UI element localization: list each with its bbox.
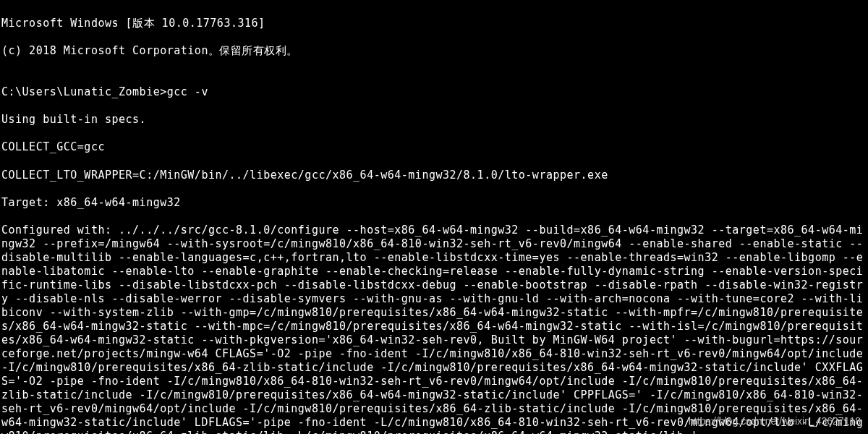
- prompt-1: C:\Users\Lunatic_Zombie>: [1, 85, 167, 99]
- output-lto-wrapper: COLLECT_LTO_WRAPPER=C:/MinGW/bin/../libe…: [1, 169, 868, 182]
- os-version-line: Microsoft Windows [版本 10.0.17763.316]: [1, 17, 868, 30]
- output-collect-gcc: COLLECT_GCC=gcc: [1, 140, 868, 154]
- output-target: Target: x86_64-w64-mingw32: [1, 196, 868, 210]
- copyright-line: (c) 2018 Microsoft Corporation。保留所有权利。: [1, 44, 868, 58]
- output-specs: Using built-in specs.: [1, 113, 868, 127]
- terminal-output[interactable]: Microsoft Windows [版本 10.0.17763.316] (c…: [1, 3, 868, 434]
- command-line-1: C:\Users\Lunatic_Zombie>gcc -v: [1, 85, 868, 99]
- output-configured-with: Configured with: ../../../src/gcc-8.1.0/…: [1, 224, 868, 434]
- command-text-1: gcc -v: [167, 85, 208, 99]
- watermark-text: https://blog.csdn.net/weixin_43627118: [689, 415, 861, 428]
